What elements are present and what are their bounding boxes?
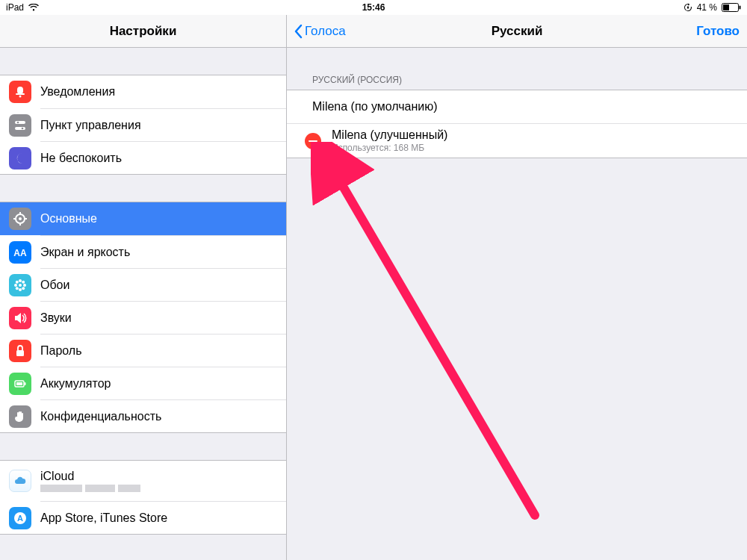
voice-subtitle: Используется: 168 МБ (332, 143, 447, 153)
sidebar-group: Уведомления Пункт управления Не беспокои… (0, 75, 286, 175)
svg-point-26 (22, 287, 25, 290)
svg-point-21 (14, 284, 17, 287)
label: Пункт управления (40, 119, 286, 132)
svg-rect-27 (16, 350, 24, 356)
sidebar-item-wallpaper[interactable]: Обои (40, 268, 286, 301)
sidebar-item-sounds[interactable]: Звуки (40, 301, 286, 334)
sidebar-group: Основные AA Экран и яркость Обои Звуки П… (0, 202, 286, 433)
sidebar-item-general[interactable]: Основные (0, 202, 286, 235)
voice-title: Milena (по умолчанию) (312, 100, 438, 113)
section-header: РУССКИЙ (РОССИЯ) (287, 75, 747, 90)
sidebar-navbar: Настройки (0, 15, 286, 48)
label: Не беспокоить (40, 152, 286, 165)
settings-sidebar: Настройки Уведомления Пункт управления Н… (0, 15, 287, 560)
svg-point-18 (19, 284, 22, 287)
sidebar-group: iCloud A App Store, iTunes Store (0, 460, 286, 535)
moon-icon (9, 147, 31, 169)
voice-row-default[interactable]: Milena (по умолчанию) (287, 90, 747, 123)
svg-point-23 (16, 280, 19, 283)
clock: 15:46 (362, 2, 385, 13)
label: Звуки (40, 311, 286, 325)
done-label: Готово (696, 24, 740, 39)
svg-text:A: A (17, 514, 23, 523)
svg-rect-3 (740, 6, 741, 10)
svg-point-10 (22, 127, 24, 129)
svg-point-19 (19, 279, 22, 282)
speaker-icon (9, 307, 31, 329)
sidebar-item-privacy[interactable]: Конфиденциальность (40, 399, 286, 432)
label: Обои (40, 279, 286, 292)
cloud-icon (9, 470, 31, 492)
voice-title: Milena (улучшенный) (332, 128, 447, 142)
bell-icon (9, 81, 31, 103)
svg-text:AA: AA (13, 248, 27, 258)
back-button[interactable]: Голоса (287, 24, 353, 39)
svg-point-22 (23, 284, 26, 287)
sidebar-item-appstore[interactable]: A App Store, iTunes Store (40, 501, 286, 534)
appstore-icon: A (9, 507, 31, 529)
svg-rect-4 (17, 87, 23, 94)
gear-icon (9, 208, 31, 230)
sidebar-item-dnd[interactable]: Не беспокоить (40, 141, 286, 174)
sidebar-item-notifications[interactable]: Уведомления (0, 75, 286, 108)
svg-rect-5 (16, 93, 25, 95)
label: Аккумулятор (40, 377, 286, 391)
svg-rect-30 (16, 382, 22, 385)
voice-section: РУССКИЙ (РОССИЯ) Milena (по умолчанию) M… (287, 75, 747, 158)
label: Уведомления (40, 85, 286, 99)
detail-navbar: Голоса Русский Готово (287, 15, 747, 48)
label: Конфиденциальность (40, 410, 286, 423)
done-button[interactable]: Готово (689, 24, 747, 39)
battery-icon (722, 3, 741, 12)
voice-list: Milena (по умолчанию) Milena (улучшенный… (287, 90, 747, 158)
svg-rect-7 (15, 121, 25, 124)
aa-icon: AA (9, 241, 31, 264)
voice-row-enhanced[interactable]: Milena (улучшенный) Используется: 168 МБ (287, 123, 747, 158)
label: Экран и яркость (40, 246, 286, 259)
flower-icon (9, 274, 31, 296)
svg-point-12 (19, 217, 22, 220)
lock-icon (9, 340, 31, 362)
label: Пароль (40, 344, 286, 358)
sidebar-item-passcode[interactable]: Пароль (40, 334, 286, 367)
icloud-account-redacted (40, 485, 140, 492)
svg-rect-29 (25, 382, 26, 385)
sidebar-item-icloud[interactable]: iCloud (0, 461, 286, 501)
toggles-icon (9, 114, 31, 137)
sidebar-item-display[interactable]: AA Экран и яркость (40, 235, 286, 268)
battery-percent: 41 % (697, 2, 717, 13)
hand-icon (9, 405, 31, 428)
back-label: Голоса (305, 24, 346, 39)
wifi-icon (28, 4, 39, 11)
sidebar-title: Настройки (0, 24, 286, 39)
detail-pane: Голоса Русский Готово РУССКИЙ (РОССИЯ) M… (287, 15, 747, 560)
status-bar: iPad 15:46 41 % (0, 0, 747, 15)
label: iCloud (40, 470, 140, 483)
svg-point-25 (16, 287, 19, 290)
battery-icon (9, 373, 31, 395)
label: Основные (40, 212, 286, 225)
label: App Store, iTunes Store (40, 511, 286, 525)
svg-point-20 (19, 288, 22, 291)
svg-rect-0 (687, 7, 689, 9)
svg-point-9 (17, 121, 19, 123)
svg-rect-33 (309, 140, 317, 142)
detail-title: Русский (287, 24, 747, 39)
svg-rect-2 (723, 4, 729, 10)
sidebar-item-control-center[interactable]: Пункт управления (40, 108, 286, 141)
rotation-lock-icon (684, 3, 692, 12)
device-label: iPad (6, 2, 24, 13)
chevron-left-icon (294, 24, 303, 39)
delete-minus-icon[interactable] (305, 133, 321, 149)
svg-rect-8 (15, 127, 25, 130)
svg-point-6 (19, 96, 22, 98)
svg-point-24 (22, 280, 25, 283)
sidebar-item-battery[interactable]: Аккумулятор (40, 367, 286, 399)
